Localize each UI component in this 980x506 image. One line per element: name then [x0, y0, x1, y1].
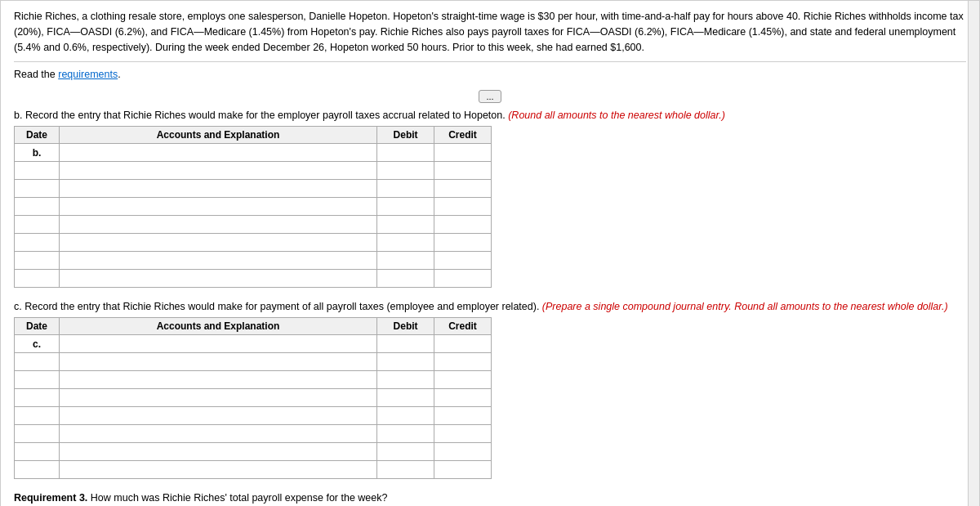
- c-debit-7[interactable]: [377, 443, 434, 461]
- c-acct-input-1[interactable]: [60, 335, 376, 352]
- table-row: [15, 353, 492, 371]
- c-credit-3[interactable]: [434, 371, 492, 389]
- b-credit-input-1[interactable]: [434, 144, 491, 161]
- b-acct-input-5[interactable]: [60, 216, 376, 233]
- b-debit-4[interactable]: [377, 198, 434, 216]
- c-credit-8[interactable]: [434, 461, 492, 479]
- c-acct-input-6[interactable]: [60, 425, 376, 442]
- c-debit-2[interactable]: [377, 353, 434, 371]
- c-debit-input-5[interactable]: [377, 407, 434, 424]
- b-acct-2[interactable]: [59, 162, 376, 180]
- b-debit-3[interactable]: [377, 180, 434, 198]
- b-acct-7[interactable]: [59, 252, 376, 270]
- c-credit-6[interactable]: [434, 425, 492, 443]
- b-debit-6[interactable]: [377, 234, 434, 252]
- c-debit-5[interactable]: [377, 407, 434, 425]
- b-credit-3[interactable]: [434, 180, 492, 198]
- c-debit-3[interactable]: [377, 371, 434, 389]
- b-credit-input-3[interactable]: [434, 180, 491, 197]
- c-credit-2[interactable]: [434, 353, 492, 371]
- c-credit-5[interactable]: [434, 407, 492, 425]
- b-debit-7[interactable]: [377, 252, 434, 270]
- b-acct-5[interactable]: [59, 216, 376, 234]
- c-debit-input-8[interactable]: [377, 461, 434, 478]
- c-acct-1[interactable]: [59, 335, 376, 353]
- b-acct-3[interactable]: [59, 180, 376, 198]
- b-debit-input-6[interactable]: [377, 234, 434, 251]
- b-debit-5[interactable]: [377, 216, 434, 234]
- c-debit-input-1[interactable]: [377, 335, 434, 352]
- c-credit-input-3[interactable]: [434, 371, 491, 388]
- c-acct-input-4[interactable]: [60, 389, 376, 406]
- b-acct-8[interactable]: [59, 270, 376, 288]
- c-credit-1[interactable]: [434, 335, 492, 353]
- b-debit-input-4[interactable]: [377, 198, 434, 215]
- c-credit-input-4[interactable]: [434, 389, 491, 406]
- c-debit-6[interactable]: [377, 425, 434, 443]
- b-credit-input-5[interactable]: [434, 216, 491, 233]
- c-credit-input-8[interactable]: [434, 461, 491, 478]
- requirements-link[interactable]: requirements: [58, 69, 118, 80]
- b-credit-input-2[interactable]: [434, 162, 491, 179]
- b-debit-8[interactable]: [377, 270, 434, 288]
- b-debit-input-1[interactable]: [377, 144, 434, 161]
- c-debit-4[interactable]: [377, 389, 434, 407]
- c-debit-input-4[interactable]: [377, 389, 434, 406]
- b-acct-input-4[interactable]: [60, 198, 376, 215]
- c-acct-7[interactable]: [59, 443, 376, 461]
- c-credit-input-1[interactable]: [434, 335, 491, 352]
- b-debit-2[interactable]: [377, 162, 434, 180]
- c-acct-input-2[interactable]: [60, 353, 376, 370]
- c-acct-input-7[interactable]: [60, 443, 376, 460]
- b-acct-1[interactable]: [59, 144, 376, 162]
- c-debit-input-6[interactable]: [377, 425, 434, 442]
- b-credit-input-6[interactable]: [434, 234, 491, 251]
- b-credit-input-8[interactable]: [434, 270, 491, 287]
- c-acct-4[interactable]: [59, 389, 376, 407]
- c-credit-4[interactable]: [434, 389, 492, 407]
- b-acct-6[interactable]: [59, 234, 376, 252]
- c-debit-input-2[interactable]: [377, 353, 434, 370]
- scrollbar[interactable]: [968, 1, 979, 506]
- ellipsis-button[interactable]: ...: [479, 90, 501, 103]
- b-debit-input-5[interactable]: [377, 216, 434, 233]
- b-acct-input-2[interactable]: [60, 162, 376, 179]
- b-acct-input-8[interactable]: [60, 270, 376, 287]
- c-credit-input-7[interactable]: [434, 443, 491, 460]
- b-credit-4[interactable]: [434, 198, 492, 216]
- c-acct-3[interactable]: [59, 371, 376, 389]
- c-debit-1[interactable]: [377, 335, 434, 353]
- c-credit-input-2[interactable]: [434, 353, 491, 370]
- b-credit-1[interactable]: [434, 144, 492, 162]
- b-acct-input-1[interactable]: [60, 144, 376, 161]
- c-debit-input-7[interactable]: [377, 443, 434, 460]
- b-debit-input-7[interactable]: [377, 252, 434, 269]
- b-credit-input-7[interactable]: [434, 252, 491, 269]
- c-acct-2[interactable]: [59, 353, 376, 371]
- c-credit-input-5[interactable]: [434, 407, 491, 424]
- b-debit-1[interactable]: [377, 144, 434, 162]
- c-debit-8[interactable]: [377, 461, 434, 479]
- b-credit-6[interactable]: [434, 234, 492, 252]
- c-acct-input-8[interactable]: [60, 461, 376, 478]
- b-debit-input-3[interactable]: [377, 180, 434, 197]
- b-credit-7[interactable]: [434, 252, 492, 270]
- b-acct-input-3[interactable]: [60, 180, 376, 197]
- b-acct-4[interactable]: [59, 198, 376, 216]
- c-acct-5[interactable]: [59, 407, 376, 425]
- c-acct-input-5[interactable]: [60, 407, 376, 424]
- c-debit-input-3[interactable]: [377, 371, 434, 388]
- b-credit-input-4[interactable]: [434, 198, 491, 215]
- c-acct-6[interactable]: [59, 425, 376, 443]
- b-debit-input-8[interactable]: [377, 270, 434, 287]
- c-credit-7[interactable]: [434, 443, 492, 461]
- b-credit-5[interactable]: [434, 216, 492, 234]
- c-acct-input-3[interactable]: [60, 371, 376, 388]
- c-credit-input-6[interactable]: [434, 425, 491, 442]
- b-acct-input-6[interactable]: [60, 234, 376, 251]
- b-credit-8[interactable]: [434, 270, 492, 288]
- c-acct-8[interactable]: [59, 461, 376, 479]
- b-credit-2[interactable]: [434, 162, 492, 180]
- b-debit-input-2[interactable]: [377, 162, 434, 179]
- b-acct-input-7[interactable]: [60, 252, 376, 269]
